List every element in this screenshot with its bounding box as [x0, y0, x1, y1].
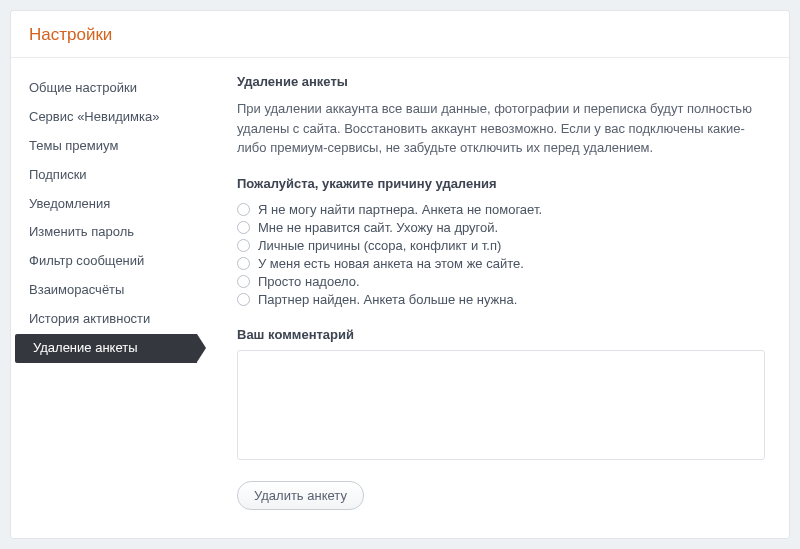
sidebar-item-invisible[interactable]: Сервис «Невидимка»: [11, 103, 197, 132]
comment-textarea[interactable]: [237, 350, 765, 460]
delete-warning-text: При удалении аккаунта все ваши данные, ф…: [237, 99, 765, 158]
sidebar-item-label: Подписки: [29, 167, 87, 182]
radio-icon: [237, 203, 250, 216]
sidebar-item-general[interactable]: Общие настройки: [11, 74, 197, 103]
radio-icon: [237, 239, 250, 252]
reason-label: Партнер найден. Анкета больше не нужна.: [258, 292, 517, 307]
reason-heading: Пожалуйста, укажите причину удаления: [237, 176, 765, 191]
sidebar-item-activity-history[interactable]: История активности: [11, 305, 197, 334]
sidebar-item-label: Удаление анкеты: [33, 340, 138, 355]
sidebar-item-label: Фильтр сообщений: [29, 253, 144, 268]
panel-header: Настройки: [11, 11, 789, 58]
content-area: Удаление анкеты При удалении аккаунта вс…: [197, 58, 789, 538]
reason-option[interactable]: Личные причины (ссора, конфликт и т.п): [237, 237, 765, 255]
reason-label: Мне не нравится сайт. Ухожу на другой.: [258, 220, 498, 235]
page-title: Настройки: [29, 25, 771, 45]
reason-option[interactable]: Партнер найден. Анкета больше не нужна.: [237, 291, 765, 309]
comment-label: Ваш комментарий: [237, 327, 765, 342]
reason-group: Я не могу найти партнера. Анкета не помо…: [237, 201, 765, 309]
radio-icon: [237, 221, 250, 234]
reason-option[interactable]: Просто надоело.: [237, 273, 765, 291]
reason-label: Просто надоело.: [258, 274, 360, 289]
sidebar-item-label: Изменить пароль: [29, 224, 134, 239]
settings-panel: Настройки Общие настройки Сервис «Невиди…: [10, 10, 790, 539]
reason-option[interactable]: У меня есть новая анкета на этом же сайт…: [237, 255, 765, 273]
sidebar-item-subscriptions[interactable]: Подписки: [11, 161, 197, 190]
sidebar-item-notifications[interactable]: Уведомления: [11, 190, 197, 219]
reason-label: Личные причины (ссора, конфликт и т.п): [258, 238, 501, 253]
radio-icon: [237, 275, 250, 288]
sidebar-item-delete-profile[interactable]: Удаление анкеты: [15, 334, 197, 363]
sidebar-item-billing[interactable]: Взаиморасчёты: [11, 276, 197, 305]
sidebar-item-message-filter[interactable]: Фильтр сообщений: [11, 247, 197, 276]
reason-option[interactable]: Я не могу найти партнера. Анкета не помо…: [237, 201, 765, 219]
settings-sidebar: Общие настройки Сервис «Невидимка» Темы …: [11, 58, 197, 538]
reason-label: У меня есть новая анкета на этом же сайт…: [258, 256, 524, 271]
sidebar-item-label: Уведомления: [29, 196, 110, 211]
section-title: Удаление анкеты: [237, 74, 765, 89]
sidebar-item-label: Взаиморасчёты: [29, 282, 124, 297]
reason-label: Я не могу найти партнера. Анкета не помо…: [258, 202, 542, 217]
sidebar-item-label: История активности: [29, 311, 150, 326]
sidebar-item-label: Темы премиум: [29, 138, 118, 153]
sidebar-item-label: Сервис «Невидимка»: [29, 109, 159, 124]
reason-option[interactable]: Мне не нравится сайт. Ухожу на другой.: [237, 219, 765, 237]
radio-icon: [237, 293, 250, 306]
panel-body: Общие настройки Сервис «Невидимка» Темы …: [11, 58, 789, 538]
radio-icon: [237, 257, 250, 270]
actions-row: Удалить анкету: [237, 481, 765, 510]
sidebar-item-label: Общие настройки: [29, 80, 137, 95]
sidebar-item-premium-themes[interactable]: Темы премиум: [11, 132, 197, 161]
sidebar-item-change-password[interactable]: Изменить пароль: [11, 218, 197, 247]
delete-profile-button[interactable]: Удалить анкету: [237, 481, 364, 510]
